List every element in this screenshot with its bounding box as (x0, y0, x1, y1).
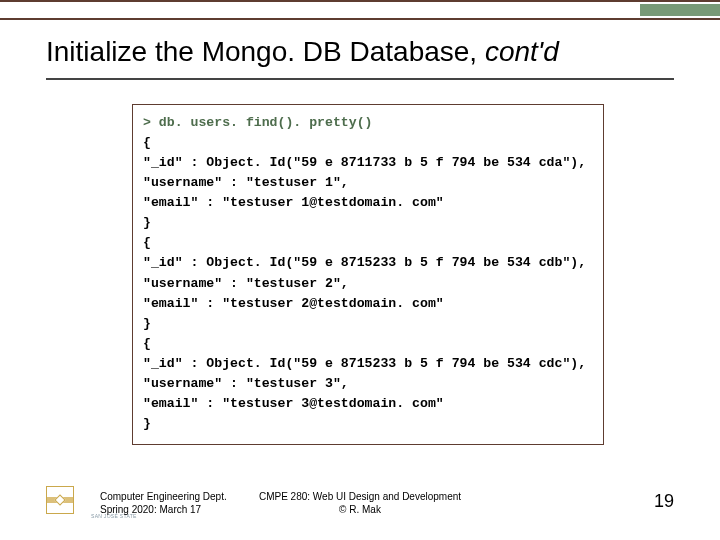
header-accent (640, 4, 720, 16)
header-stripe (0, 0, 720, 26)
header-rule-bottom (0, 18, 720, 20)
slide-title-suffix: cont'd (485, 36, 559, 67)
footer-date: Spring 2020: March 17 (100, 503, 227, 516)
slide-title: Initialize the Mongo. DB Database, cont'… (46, 36, 674, 68)
header-rule-top (0, 0, 720, 2)
page-number: 19 (654, 491, 674, 512)
code-prompt: > db. users. find(). pretty() (143, 115, 373, 130)
university-logo: SAN JOSÉ STATE (46, 486, 74, 514)
footer-left: Computer Engineering Dept. Spring 2020: … (100, 490, 227, 516)
slide-title-main: Initialize the Mongo. DB Database, (46, 36, 485, 67)
footer-center: CMPE 280: Web UI Design and Development … (259, 490, 461, 516)
code-body: { "_id" : Object. Id("59 e 8711733 b 5 f… (143, 135, 586, 431)
code-box: > db. users. find(). pretty() { "_id" : … (132, 104, 604, 445)
slide: Initialize the Mongo. DB Database, cont'… (0, 0, 720, 540)
footer-course: CMPE 280: Web UI Design and Development (259, 490, 461, 503)
footer-author: © R. Mak (259, 503, 461, 516)
title-underline (46, 78, 674, 80)
footer: SAN JOSÉ STATE Computer Engineering Dept… (0, 478, 720, 518)
footer-dept: Computer Engineering Dept. (100, 490, 227, 503)
